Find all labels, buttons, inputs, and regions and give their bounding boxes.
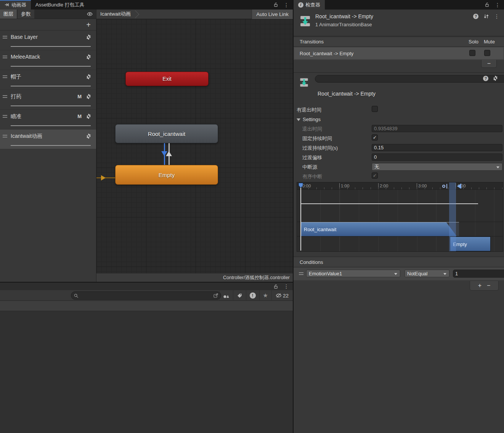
eye-icon[interactable]	[87, 11, 93, 17]
context-menu-icon[interactable]: ⋮	[494, 14, 499, 19]
auto-live-link-button[interactable]: Auto Live Link	[252, 10, 293, 19]
conditions-list: EmotionValue1 NotEqual	[294, 267, 504, 280]
layer-weight-slider[interactable]	[11, 86, 91, 86]
remove-condition-button[interactable]: −	[487, 282, 490, 289]
layer-row-base-layer[interactable]: Base Layer	[0, 30, 96, 50]
state-machine-graph: Icantwait动画 Auto Live Link Exit Root_ica…	[96, 10, 293, 282]
presets-icon[interactable]	[483, 14, 489, 19]
hidden-count-toggle[interactable]: 22	[271, 290, 292, 301]
layer-row-hat[interactable]: 帽子	[0, 70, 96, 90]
import-log-icon[interactable]: !	[246, 290, 259, 301]
gear-icon[interactable]	[86, 34, 91, 40]
search-bar[interactable]	[71, 291, 221, 300]
playhead-line[interactable]	[300, 188, 301, 251]
timeline-ruler[interactable]: 0:00 1:00 2:00 3:00 4:00	[297, 182, 503, 190]
unlock-icon[interactable]	[485, 2, 490, 7]
window-menu-icon[interactable]: ⋮	[284, 2, 289, 8]
tab-animator[interactable]: 动画器	[0, 0, 31, 10]
condition-operator-dropdown[interactable]: NotEqual	[404, 270, 449, 277]
mute-checkbox[interactable]	[484, 50, 490, 56]
condition-value-field[interactable]	[453, 270, 504, 278]
exit-time-marker[interactable]	[442, 184, 447, 189]
transition-duration-row: 过渡持续时间(s)	[294, 144, 504, 153]
help-icon[interactable]: ?	[473, 14, 478, 19]
gear-icon[interactable]	[86, 113, 91, 119]
filter-by-type-icon[interactable]	[219, 290, 233, 301]
has-exit-time-checkbox[interactable]	[372, 106, 378, 112]
node-exit[interactable]: Exit	[125, 72, 209, 86]
layer-weight-slider[interactable]	[11, 66, 91, 67]
settings-foldout[interactable]: Settings	[294, 115, 504, 125]
transition-region-band[interactable]	[449, 182, 456, 251]
layer-row-dayao[interactable]: 打药 M	[0, 90, 96, 110]
mask-badge: M	[77, 113, 82, 119]
condition-parameter-value: EmotionValue1	[309, 271, 342, 276]
inspector-subtitle: 1 AnimatorTransitionBase	[315, 22, 372, 27]
help-icon[interactable]: ?	[483, 76, 488, 81]
minus-icon: −	[487, 60, 491, 67]
exit-time-field[interactable]	[372, 125, 502, 132]
chevron-down-icon	[496, 166, 499, 168]
foldout-arrow-icon	[297, 118, 300, 121]
filter-by-label-icon[interactable]	[233, 290, 246, 301]
gear-icon[interactable]	[493, 75, 498, 81]
window-menu-icon[interactable]: ⋮	[284, 284, 289, 289]
drag-handle-icon[interactable]	[299, 272, 303, 275]
node-empty[interactable]: Empty	[115, 165, 218, 185]
graph-canvas[interactable]: Exit Root_icantwait Empty	[96, 19, 293, 273]
drag-handle-icon[interactable]	[3, 135, 7, 137]
transition-end-marker[interactable]	[457, 184, 461, 189]
tab-inspector[interactable]: i 检查器	[294, 0, 325, 10]
interruption-source-row: 中断源 无	[294, 163, 504, 172]
conditions-footer: + −	[470, 281, 499, 291]
drag-handle-icon[interactable]	[3, 95, 7, 98]
layer-weight-slider[interactable]	[11, 125, 91, 126]
drag-handle-icon[interactable]	[3, 75, 7, 78]
transition-duration-field[interactable]	[372, 144, 502, 151]
add-condition-button[interactable]: +	[478, 282, 482, 289]
fixed-duration-checkbox[interactable]	[372, 134, 378, 141]
search-in-icon[interactable]	[213, 293, 218, 298]
transition-timeline[interactable]: 0:00 1:00 2:00 3:00 4:00 Root_icantwait …	[297, 182, 503, 252]
drag-handle-icon[interactable]	[3, 56, 7, 58]
layer-weight-slider[interactable]	[11, 145, 91, 146]
entry-transition-line[interactable]	[96, 177, 115, 178]
add-layer-button[interactable]: +	[86, 20, 91, 30]
search-input[interactable]	[80, 293, 212, 299]
layers-tab-button[interactable]: 图层	[0, 10, 17, 19]
drag-handle-icon[interactable]	[3, 115, 7, 118]
layer-row-miaozhun[interactable]: 瞄准 M	[0, 110, 96, 129]
tab-assetbundle-tool[interactable]: AssetBundle 打包工具	[31, 0, 89, 10]
unlock-icon[interactable]	[273, 2, 278, 7]
solo-checkbox[interactable]	[469, 50, 475, 56]
node-root-icantwait[interactable]: Root_icantwait	[115, 124, 218, 143]
graph-breadcrumb-bar: Icantwait动画 Auto Live Link	[96, 10, 293, 19]
ordered-interruption-checkbox[interactable]	[372, 173, 378, 179]
transition-name-field[interactable]	[315, 75, 504, 83]
layer-weight-slider[interactable]	[11, 46, 91, 47]
layer-row-icantwait[interactable]: Icantwait动画	[0, 129, 96, 149]
transition-offset-field[interactable]	[372, 153, 502, 161]
interruption-source-dropdown[interactable]: 无	[372, 163, 502, 171]
gear-icon[interactable]	[86, 133, 91, 139]
clip-empty[interactable]: Empty	[450, 236, 491, 251]
mute-column-label: Mute	[484, 39, 495, 45]
parameters-tab-button[interactable]: 参数	[18, 10, 34, 19]
breadcrumb[interactable]: Icantwait动画	[96, 10, 134, 19]
gear-icon[interactable]	[86, 54, 91, 60]
clip-root-icantwait[interactable]: Root_icantwait	[301, 222, 459, 236]
unlock-icon[interactable]	[273, 284, 278, 289]
gear-icon[interactable]	[86, 74, 91, 80]
drag-handle-icon[interactable]	[3, 36, 7, 38]
gear-icon[interactable]	[86, 94, 91, 99]
favorites-icon[interactable]: ★	[259, 290, 271, 301]
transition-offset-label: 过渡偏移	[302, 154, 322, 161]
transition-list-item[interactable]: Root_icantwait -> Empty	[294, 48, 503, 59]
window-menu-icon[interactable]: ⋮	[495, 2, 500, 8]
condition-row[interactable]: EmotionValue1 NotEqual	[294, 268, 503, 280]
layer-row-meleeattack[interactable]: MeleeAttack	[0, 50, 96, 70]
condition-parameter-dropdown[interactable]: EmotionValue1	[306, 270, 400, 277]
remove-transition-button[interactable]: −	[481, 60, 497, 68]
tab-inspector-label: 检查器	[305, 2, 320, 8]
layer-weight-slider[interactable]	[11, 105, 91, 106]
